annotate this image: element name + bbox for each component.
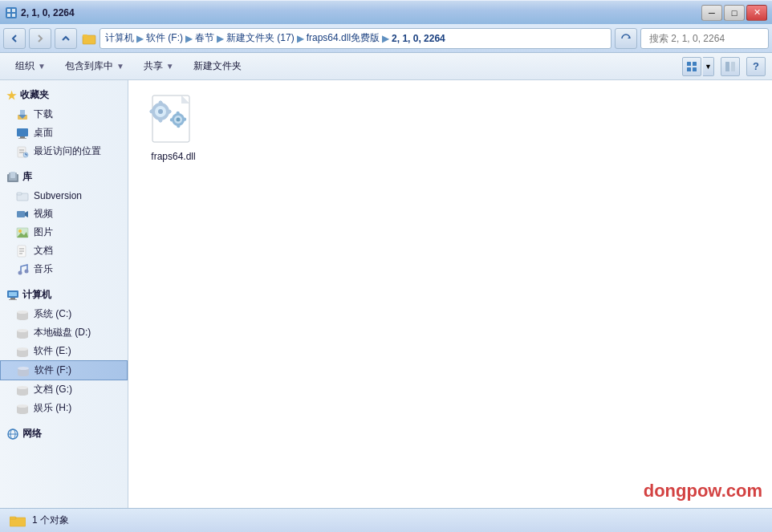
share-button[interactable]: 共享 ▼ [135,56,183,77]
view-icon [686,61,697,72]
svg-point-86 [177,118,181,122]
svg-rect-21 [20,136,25,138]
status-count: 1 个对象 [32,514,69,527]
back-button[interactable] [3,28,26,49]
disk-d-icon [16,327,29,339]
music-icon [16,263,29,276]
breadcrumb-folder2[interactable]: 新建文件夹 (17) [226,31,295,45]
svg-rect-34 [17,211,25,217]
maximize-button[interactable]: □ [724,5,745,21]
svg-rect-2 [12,9,15,12]
subversion-icon [16,189,29,202]
sidebar-network-header[interactable]: 网络 [0,424,128,444]
library-icon [6,171,19,184]
network-icon [6,428,19,441]
forward-button[interactable] [29,28,51,49]
file-item-fraps64[interactable]: fraps64.dll [141,93,205,165]
details-pane-icon [725,61,736,72]
sidebar-item-music[interactable]: 音乐 [0,260,128,278]
svg-rect-33 [17,193,22,195]
sidebar-libraries-header[interactable]: 库 [0,167,128,187]
breadcrumb-bar[interactable]: 计算机 ▶ 软件 (F:) ▶ 春节 ▶ 新建文件夹 (17) ▶ fraps6… [100,28,612,49]
desktop-icon [16,127,29,140]
window-icon [5,6,18,19]
breadcrumb-folder1[interactable]: 春节 [195,31,214,45]
help-button[interactable]: ? [746,57,766,76]
svg-point-75 [158,109,163,114]
download-icon [16,108,29,121]
breadcrumb-folder3[interactable]: fraps64.dll免费版 [307,31,380,45]
sidebar-item-pictures[interactable]: 图片 [0,223,128,242]
sidebar-divider-1 [0,160,128,167]
svg-rect-22 [18,138,26,139]
watermark: dongpow.com [644,481,762,502]
forward-icon [35,34,45,43]
svg-point-66 [17,404,28,408]
close-button[interactable]: ✕ [746,5,767,21]
svg-rect-96 [10,517,16,519]
minimize-button[interactable]: ─ [701,5,722,21]
share-dropdown-icon: ▼ [166,62,174,71]
svg-rect-47 [10,298,15,299]
svg-rect-20 [17,128,28,136]
svg-rect-46 [9,292,17,296]
organize-button[interactable]: 组织 ▼ [6,56,55,77]
up-button[interactable] [55,28,77,49]
refresh-icon [620,33,632,44]
sidebar-favorites-header[interactable]: ★ 收藏夹 [0,85,128,105]
svg-point-63 [17,386,28,389]
disk-e-icon [16,345,29,358]
refresh-button[interactable] [615,28,637,49]
disk-c-icon [16,308,29,321]
content-area: fraps64.dll dongpow.com [128,80,772,508]
recent-icon [16,145,29,158]
svg-rect-12 [693,62,697,66]
file-icon-wrapper [148,96,199,148]
sidebar: ★ 收藏夹 下载 桌面 [0,80,128,508]
search-bar [640,28,769,49]
svg-rect-1 [7,9,10,12]
svg-point-44 [25,269,29,273]
details-pane-button[interactable] [721,57,740,76]
sidebar-computer-header[interactable]: 计算机 [0,285,128,305]
view-dropdown-button[interactable]: ▼ [703,57,714,76]
breadcrumb-drive[interactable]: 软件 (F:) [146,31,183,45]
sidebar-item-video[interactable]: 视频 [0,205,128,223]
svg-rect-7 [83,35,87,37]
folder-nav-icon [82,31,96,46]
toolbar: 组织 ▼ 包含到库中 ▼ 共享 ▼ 新建文件夹 ▼ ? [0,53,772,80]
new-folder-button[interactable]: 新建文件夹 [185,56,250,77]
title-bar: 2, 1, 0, 2264 ─ □ ✕ [0,0,772,24]
computer-header-icon [6,289,19,302]
sidebar-item-documents[interactable]: 文档 [0,242,128,260]
sidebar-item-d[interactable]: 本地磁盘 (D:) [0,323,128,342]
svg-point-51 [17,311,28,314]
include-library-button[interactable]: 包含到库中 ▼ [56,56,133,77]
video-icon [16,208,29,221]
disk-f-icon [17,364,30,377]
sidebar-item-h[interactable]: 娱乐 (H:) [0,399,128,417]
sidebar-item-g[interactable]: 文档 (G:) [0,380,128,399]
breadcrumb-computer[interactable]: 计算机 [105,31,134,45]
up-icon [61,34,71,43]
star-icon: ★ [6,89,17,102]
main-layout: ★ 收藏夹 下载 桌面 [0,80,772,508]
svg-point-57 [17,347,28,351]
svg-rect-3 [7,14,10,17]
sidebar-item-desktop[interactable]: 桌面 [0,124,128,142]
sidebar-item-c[interactable]: 系统 (C:) [0,305,128,323]
view-button[interactable] [682,57,701,76]
svg-point-43 [18,270,22,274]
include-dropdown-icon: ▼ [116,62,124,71]
sidebar-item-subversion[interactable]: Subversion [0,187,128,205]
sidebar-item-f[interactable]: 软件 (F:) [0,360,128,380]
svg-rect-13 [687,67,691,71]
title-bar-controls: ─ □ ✕ [701,5,767,21]
svg-rect-18 [20,110,25,115]
status-bar: 1 个对象 [0,508,772,532]
search-input[interactable] [649,33,770,44]
sidebar-item-e[interactable]: 软件 (E:) [0,342,128,360]
sidebar-item-recent[interactable]: 最近访问的位置 [0,142,128,160]
svg-rect-4 [12,14,15,17]
sidebar-item-download[interactable]: 下载 [0,105,128,124]
